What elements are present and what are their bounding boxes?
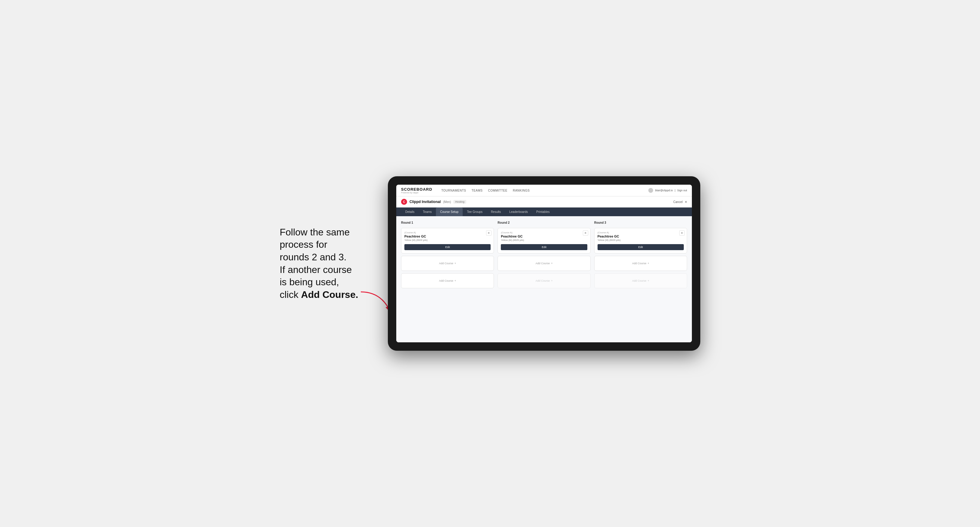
cancel-button[interactable]: Cancel ✕ (673, 200, 687, 203)
sign-out-link[interactable]: Sign out (677, 189, 687, 192)
plus-icon-5: + (648, 262, 649, 265)
tournament-name: Clippd Invitational (409, 200, 441, 204)
nav-links: TOURNAMENTS TEAMS COMMITTEE RANKINGS (441, 188, 643, 194)
round-2-course-details: Yellow (M) (6629 yds) (501, 239, 587, 241)
tablet-screen: SCOREBOARD Powered by clippd TOURNAMENTS… (396, 185, 692, 342)
round-1-edit-button[interactable]: Edit (404, 244, 491, 250)
round-3-title: Round 3 (594, 221, 687, 224)
round-1-add-course-text-2: Add Course + (439, 279, 456, 282)
round-3-column: Round 3 (Course A) Peachtree GC Yellow (… (594, 221, 687, 288)
round-2-add-course-1[interactable]: Add Course + (498, 256, 590, 271)
tab-leaderboards[interactable]: Leaderboards (505, 208, 532, 216)
round-1-delete-button[interactable]: ✕ (486, 230, 492, 236)
user-email: blair@clippd.io (655, 189, 673, 192)
sub-header: C Clippd Invitational (Men) Hosting Canc… (396, 196, 692, 208)
round-3-course-details: Yellow (M) (6629 yds) (598, 239, 684, 241)
plus-icon-6: + (648, 279, 649, 282)
nav-right: blair@clippd.io | Sign out (648, 188, 687, 193)
tab-printables[interactable]: Printables (532, 208, 554, 216)
round-1-column: Round 1 (Course A) Peachtree GC Yellow (… (401, 221, 494, 288)
round-1-course-details: Yellow (M) (6629 yds) (404, 239, 491, 241)
round-2-add-course-2: Add Course + (498, 273, 590, 288)
tab-course-setup[interactable]: Course Setup (436, 208, 463, 216)
nav-committee[interactable]: COMMITTEE (488, 188, 508, 194)
round-2-course-label: (Course A) (501, 231, 587, 234)
nav-rankings[interactable]: RANKINGS (513, 188, 530, 194)
round-3-course-name: Peachtree GC (598, 235, 684, 238)
tournament-gender: (Men) (443, 200, 451, 203)
round-2-title: Round 2 (498, 221, 590, 224)
scoreboard-logo: SCOREBOARD Powered by clippd (401, 187, 432, 194)
round-1-course-card-wrapper: (Course A) Peachtree GC Yellow (M) (6629… (401, 228, 494, 254)
round-2-column: Round 2 (Course A) Peachtree GC Yellow (… (498, 221, 590, 288)
logo-sub-text: Powered by clippd (401, 192, 432, 194)
round-2-course-card: (Course A) Peachtree GC Yellow (M) (6629… (498, 228, 590, 254)
plus-icon-2: + (455, 279, 456, 282)
round-3-delete-button[interactable]: ✕ (679, 230, 685, 236)
round-2-delete-button[interactable]: ✕ (583, 230, 588, 236)
round-2-course-card-wrapper: (Course A) Peachtree GC Yellow (M) (6629… (498, 228, 590, 254)
plus-icon-4: + (551, 279, 552, 282)
user-avatar (648, 188, 653, 193)
plus-icon-3: + (551, 262, 552, 265)
clippd-logo-icon: C (401, 199, 407, 205)
round-3-course-label: (Course A) (598, 231, 684, 234)
round-3-course-card: (Course A) Peachtree GC Yellow (M) (6629… (594, 228, 687, 254)
round-2-add-course-text-2: Add Course + (536, 279, 553, 282)
add-course-bold: Add Course. (301, 289, 358, 300)
round-3-add-course-text-1: Add Course + (632, 262, 649, 265)
sub-header-left: C Clippd Invitational (Men) Hosting (401, 199, 466, 205)
plus-icon-1: + (455, 262, 456, 265)
round-2-course-name: Peachtree GC (501, 235, 587, 238)
round-3-add-course-2: Add Course + (594, 273, 687, 288)
logo-main-text: SCOREBOARD (401, 187, 432, 192)
round-1-course-label: (Course A) (404, 231, 491, 234)
round-3-add-course-text-2: Add Course + (632, 279, 649, 282)
nav-separator: | (675, 189, 675, 192)
round-1-course-card: (Course A) Peachtree GC Yellow (M) (6629… (401, 228, 494, 254)
tab-details[interactable]: Details (401, 208, 419, 216)
cancel-x-icon: ✕ (685, 200, 687, 203)
round-2-add-course-text-1: Add Course + (536, 262, 553, 265)
round-2-edit-button[interactable]: Edit (501, 244, 587, 250)
instruction-panel: Follow the same process for rounds 2 and… (280, 226, 376, 301)
round-3-edit-button[interactable]: Edit (598, 244, 684, 250)
nav-teams[interactable]: TEAMS (471, 188, 482, 194)
nav-tournaments[interactable]: TOURNAMENTS (441, 188, 466, 194)
round-1-add-course-text-1: Add Course + (439, 262, 456, 265)
round-3-course-card-wrapper: (Course A) Peachtree GC Yellow (M) (6629… (594, 228, 687, 254)
tab-tee-groups[interactable]: Tee Groups (463, 208, 487, 216)
round-1-course-name: Peachtree GC (404, 235, 491, 238)
hosting-badge: Hosting (453, 200, 466, 203)
round-1-add-course-2[interactable]: Add Course + (401, 273, 494, 288)
page-wrapper: Follow the same process for rounds 2 and… (280, 176, 700, 351)
tabs-bar: Details Teams Course Setup Tee Groups Re… (396, 208, 692, 216)
round-1-title: Round 1 (401, 221, 494, 224)
round-3-add-course-1[interactable]: Add Course + (594, 256, 687, 271)
tablet-device: SCOREBOARD Powered by clippd TOURNAMENTS… (388, 176, 700, 351)
rounds-grid: Round 1 (Course A) Peachtree GC Yellow (… (401, 221, 687, 288)
tab-results[interactable]: Results (487, 208, 505, 216)
main-content: Round 1 (Course A) Peachtree GC Yellow (… (396, 216, 692, 342)
round-1-add-course-1[interactable]: Add Course + (401, 256, 494, 271)
tab-teams[interactable]: Teams (419, 208, 436, 216)
top-navigation: SCOREBOARD Powered by clippd TOURNAMENTS… (396, 185, 692, 196)
